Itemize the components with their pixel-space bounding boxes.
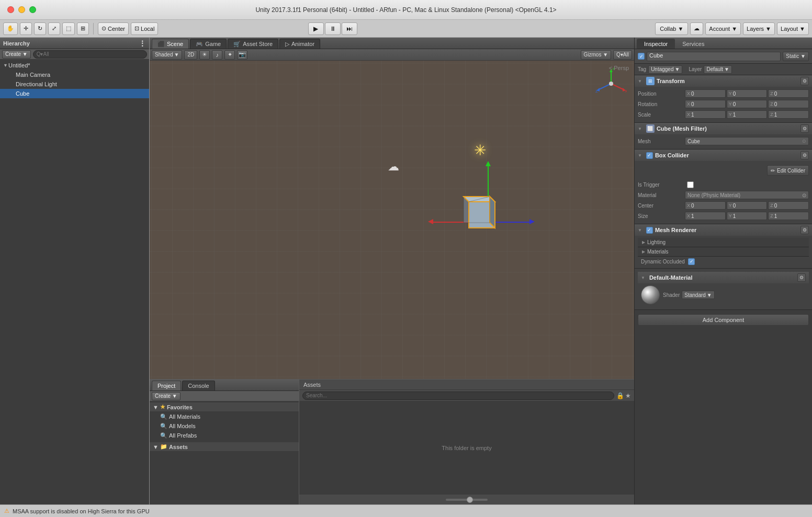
layout-dropdown[interactable]: Layout ▼ xyxy=(777,22,809,35)
transform-tool[interactable]: ⊞ xyxy=(77,22,89,35)
center-y-field[interactable]: Y 0 xyxy=(727,201,768,210)
scale-y-field[interactable]: Y 1 xyxy=(727,110,768,119)
maximize-button[interactable] xyxy=(29,6,36,13)
scene-camera-settings[interactable]: 📷 xyxy=(237,50,247,60)
local-button[interactable]: ⊡ Local xyxy=(131,22,158,35)
hierarchy-search-input[interactable] xyxy=(33,50,147,59)
hand-tool[interactable]: ✋ xyxy=(3,22,18,35)
mesh-renderer-header[interactable]: ▼ ✓ Mesh Renderer ⚙ xyxy=(635,224,812,236)
audio-toggle[interactable]: ♪ xyxy=(212,50,222,60)
all-prefabs-item[interactable]: 🔍 All Prefabs xyxy=(150,431,299,440)
size-z-field[interactable]: Z 1 xyxy=(768,212,809,220)
mesh-renderer-enabled-checkbox[interactable]: ✓ xyxy=(646,227,653,234)
position-y-field[interactable]: Y 0 xyxy=(727,89,768,98)
close-button[interactable] xyxy=(7,6,14,13)
svg-line-6 xyxy=(598,84,611,90)
is-trigger-label: Is Trigger xyxy=(638,182,685,188)
hierarchy-item-directional-light[interactable]: Directional Light xyxy=(0,79,149,89)
scene-view[interactable]: < Persp Y X Z xyxy=(150,61,634,379)
transform-body: Position X 0 Y 0 Z xyxy=(635,87,812,122)
box-collider-settings-button[interactable]: ⚙ xyxy=(800,151,809,159)
edit-collider-button[interactable]: ✏ Edit Collider xyxy=(767,165,809,176)
object-active-checkbox[interactable]: ✓ xyxy=(638,53,645,60)
rect-tool[interactable]: ⬚ xyxy=(62,22,75,35)
center-x-field[interactable]: X 0 xyxy=(685,201,726,210)
shader-dropdown[interactable]: Standard ▼ xyxy=(682,291,715,299)
hierarchy-item-cube[interactable]: Cube xyxy=(0,89,149,98)
add-component-button[interactable]: Add Component xyxy=(638,314,809,326)
object-name-field[interactable]: Cube xyxy=(647,52,781,61)
box-collider-header[interactable]: ▼ ✓ Box Collider ⚙ xyxy=(635,150,812,161)
hierarchy-lock-icon[interactable]: ⋮ xyxy=(139,39,146,48)
move-tool[interactable]: ✛ xyxy=(20,22,32,35)
materials-subsection[interactable]: ▶ Materials xyxy=(638,247,809,257)
scale-tool[interactable]: ⤢ xyxy=(48,22,60,35)
play-button[interactable]: ▶ xyxy=(308,22,324,35)
center-button[interactable]: ⊙ Center xyxy=(98,22,129,35)
scale-z-field[interactable]: Z 1 xyxy=(768,110,809,119)
is-trigger-checkbox[interactable] xyxy=(687,181,694,188)
lighting-toggle[interactable]: ☀ xyxy=(199,50,210,60)
material-settings-button[interactable]: ⚙ xyxy=(797,273,806,282)
collab-button[interactable]: Collab ▼ xyxy=(655,22,688,35)
step-button[interactable]: ⏭ xyxy=(342,22,357,35)
tab-inspector[interactable]: Inspector xyxy=(637,39,675,49)
static-dropdown[interactable]: Static ▼ xyxy=(783,52,809,61)
pause-button[interactable]: ⏸ xyxy=(325,22,341,35)
material-header[interactable]: ▼ Default-Material ⚙ xyxy=(638,272,809,283)
assets-search-input[interactable] xyxy=(302,392,614,400)
tab-scene[interactable]: ⬛ Scene xyxy=(152,39,189,49)
transform-settings-button[interactable]: ⚙ xyxy=(800,77,809,85)
tab-services[interactable]: Services xyxy=(675,39,712,49)
zoom-slider-thumb[interactable] xyxy=(467,497,473,503)
project-create-button[interactable]: Create ▼ xyxy=(152,392,181,400)
all-materials-item[interactable]: 🔍 All Materials xyxy=(150,412,299,421)
dynamic-occluded-checkbox[interactable]: ✓ xyxy=(688,258,695,265)
scale-x-field[interactable]: X 1 xyxy=(685,110,726,119)
mesh-filter-header[interactable]: ▼ ⬜ Cube (Mesh Filter) ⚙ xyxy=(635,123,812,134)
fx-toggle[interactable]: ✦ xyxy=(224,50,235,60)
hierarchy-item-untitled[interactable]: ▼ Untitled* xyxy=(0,61,149,70)
position-z-field[interactable]: Z 0 xyxy=(768,89,809,98)
mesh-renderer-settings-button[interactable]: ⚙ xyxy=(800,226,809,234)
all-models-item[interactable]: 🔍 All Models xyxy=(150,421,299,431)
tab-animator[interactable]: ▷ Animator xyxy=(279,39,320,49)
tab-project[interactable]: Project xyxy=(152,381,181,390)
collider-material-field[interactable]: None (Physic Material) ⊙ xyxy=(685,191,809,199)
mesh-filter-settings-button[interactable]: ⚙ xyxy=(800,124,809,133)
position-x-field[interactable]: X 0 xyxy=(685,89,726,98)
layers-dropdown[interactable]: Layers ▼ xyxy=(743,22,775,35)
minimize-button[interactable] xyxy=(18,6,25,13)
size-y-field[interactable]: Y 1 xyxy=(727,212,768,220)
box-collider-enabled-checkbox[interactable]: ✓ xyxy=(646,152,653,159)
tab-console[interactable]: Console xyxy=(182,381,215,390)
zoom-slider[interactable] xyxy=(446,499,488,501)
favorites-section[interactable]: ▼ ★ Favorites xyxy=(150,403,299,412)
tag-dropdown[interactable]: Untagged ▼ xyxy=(648,65,682,74)
2d-button[interactable]: 2D xyxy=(184,50,197,60)
mesh-filter-body: Mesh Cube ⊙ xyxy=(635,134,812,149)
transform-header[interactable]: ▼ ⊞ Transform ⚙ xyxy=(635,75,812,87)
rotation-z-field[interactable]: Z 0 xyxy=(768,100,809,108)
hierarchy-create-button[interactable]: Create ▼ xyxy=(2,50,31,59)
assets-panel-header: Assets xyxy=(299,380,634,390)
layer-dropdown[interactable]: Default ▼ xyxy=(704,65,732,74)
center-z-field[interactable]: Z 0 xyxy=(768,201,809,210)
mesh-field[interactable]: Cube ⊙ xyxy=(685,137,809,145)
scene-search[interactable]: Q▾All xyxy=(613,50,632,60)
rotate-tool[interactable]: ↻ xyxy=(34,22,46,35)
rotation-y-field[interactable]: Y 0 xyxy=(727,100,768,108)
gizmos-dropdown[interactable]: Gizmos ▼ xyxy=(581,50,612,60)
cloud-button[interactable]: ☁ xyxy=(690,22,703,35)
hierarchy-item-main-camera[interactable]: Main Camera xyxy=(0,70,149,79)
assets-section[interactable]: ▼ 📁 Assets xyxy=(150,442,299,452)
lighting-subsection[interactable]: ▶ Lighting xyxy=(638,238,809,247)
layer-label: Layer xyxy=(689,66,702,72)
size-x-field[interactable]: X 1 xyxy=(685,212,726,220)
tab-asset-store[interactable]: 🛒 Asset Store xyxy=(228,39,278,49)
account-dropdown[interactable]: Account ▼ xyxy=(705,22,741,35)
cube-3d[interactable] xyxy=(453,186,505,239)
tab-game[interactable]: 🎮 Game xyxy=(190,39,227,49)
rotation-x-field[interactable]: X 0 xyxy=(685,100,726,108)
shaded-dropdown[interactable]: Shaded ▼ xyxy=(152,50,182,60)
